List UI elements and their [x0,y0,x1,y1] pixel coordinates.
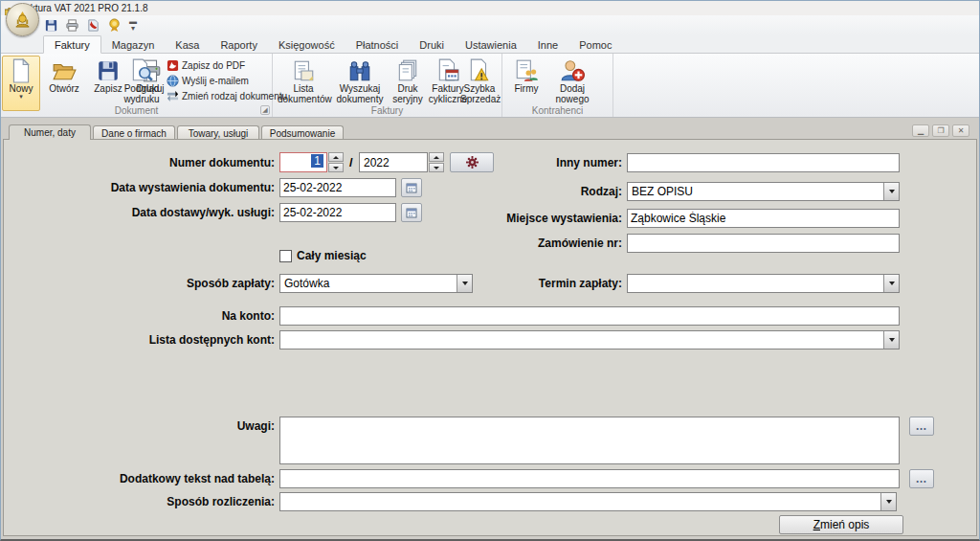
tab-podsumowanie[interactable]: Podsumowanie [261,125,344,140]
window-title: Faktura VAT 2021 PRO 21.1.8 [19,3,148,13]
nowy-button[interactable]: Nowy ▾ [2,56,40,111]
binoculars-icon [333,56,387,83]
dodatkowy-tekst-more-button[interactable]: … [909,469,934,488]
chevron-down-icon[interactable] [457,275,472,292]
data-dostawy-input[interactable] [279,203,396,222]
document-list-icon [278,56,329,83]
data-wystawienia-calendar-button[interactable] [401,178,422,197]
print-preview-icon [118,56,166,83]
uwagi-more-button[interactable]: … [909,417,934,436]
label-inny-numer: Inny numer: [498,153,622,172]
ribbon-tab-platnosci[interactable]: Płatności [345,36,410,53]
label-dodatkowy-tekst: Dodatkowy tekst nad tabelą: [59,469,275,488]
ribbon-tab-bar: Faktury Magazyn Kasa Raporty Księgowość … [1,35,979,54]
data-wystawienia-input[interactable] [279,178,396,197]
wyszukaj-dokumenty-button[interactable]: Wyszukaj dokumenty [332,56,388,111]
sposob-zaplaty-combobox[interactable]: Gotówka [279,274,473,293]
companies-icon [507,56,546,83]
ribbon-tab-kasa[interactable]: Kasa [165,36,210,53]
lista-dokumentow-button[interactable]: Lista dokumentów [277,56,330,111]
podglad-wydruku-button[interactable]: Podgląd wydruku [117,56,167,111]
zapisz-do-pdf-button[interactable]: Zapisz do PDF [167,58,270,73]
new-document-icon [3,56,39,83]
dodaj-nowego-button[interactable]: Dodaj nowego [548,56,596,111]
numeracja-button[interactable] [450,152,494,172]
miejsce-wystawienia-input[interactable] [627,209,900,228]
zmien-opis-button[interactable]: Zmień opis [779,515,903,534]
close-icon[interactable]: ✕ [952,124,969,137]
numer-value: 1 [311,154,323,168]
numer-spin-buttons[interactable] [328,152,344,172]
chevron-down-icon[interactable] [883,331,899,349]
minimize-icon[interactable]: ▁ [912,124,929,137]
ribbon-tab-pomoc[interactable]: Pomoc [568,36,622,53]
wyslij-email-button[interactable]: Wyślij e-mailem [167,74,270,88]
chevron-down-icon[interactable] [880,493,896,510]
print-icon[interactable] [64,17,80,33]
application-menu-button[interactable] [6,3,39,36]
na-konto-input[interactable] [279,306,900,326]
tab-dane-o-firmach[interactable]: Dane o firmach [93,125,175,140]
rok-spin-buttons[interactable] [429,152,444,172]
rok-value[interactable] [359,152,428,172]
document-stack-icon [390,56,425,83]
ribbon-tab-magazyn[interactable]: Magazyn [101,36,166,53]
dodatkowy-tekst-input[interactable] [279,469,900,488]
tab-numer-daty[interactable]: Numer, daty [9,124,91,140]
open-folder-icon [43,56,85,83]
label-rodzaj: Rodzaj: [498,182,622,201]
sposob-rozliczenia-combobox[interactable] [279,492,897,511]
caly-miesiac-checkbox[interactable] [279,250,292,262]
qat-customize-icon[interactable]: ▬▾ [127,18,139,32]
wyslij-email-label: Wyślij e-mailem [182,76,249,86]
label-data-wystawienia: Data wystawienia dokumentu: [59,178,275,197]
title-bar: Faktura VAT 2021 PRO 21.1.8 [1,1,979,15]
wyszukaj-dokumenty-label: Wyszukaj dokumenty [333,83,387,104]
rok-spinner[interactable] [359,152,444,172]
calendar-icon [406,182,417,193]
tab-towary-uslugi[interactable]: Towary, usługi [177,125,259,140]
lista-kont-combobox[interactable] [279,330,900,349]
podglad-label: Podgląd wydruku [118,83,166,104]
uwagi-textarea[interactable] [279,417,900,464]
inny-numer-input[interactable] [627,153,900,172]
ribbon-tab-ustawienia[interactable]: Ustawienia [455,36,527,53]
numer-separator: / [349,152,353,172]
chevron-down-icon[interactable] [883,275,899,292]
label-termin-zaplaty: Termin zapłaty: [498,274,622,293]
ribbon-tab-inne[interactable]: Inne [527,36,568,53]
label-data-dostawy: Data dostawy/wyk. usługi: [59,203,275,222]
invoice-form: Numer dokumentu: 1 / Inny numer: Data wy… [3,139,977,536]
dialog-launcher-icon[interactable]: ◢ [260,105,270,115]
save-icon[interactable] [43,17,59,33]
chevron-down-icon[interactable] [883,183,899,200]
druk-seryjny-button[interactable]: Druk seryjny [390,56,426,111]
ribbon-tab-raporty[interactable]: Raporty [210,36,268,53]
group-label-dokument: Dokument [1,105,272,116]
zapisz-pdf-label: Zapisz do PDF [182,60,245,71]
szybka-sprzedaz-label: Szybka Sprzedaż [460,83,499,104]
restore-icon[interactable]: ❐ [932,124,949,137]
rodzaj-value: BEZ OPISU [628,185,883,198]
szybka-sprzedaz-button[interactable]: Szybka Sprzedaż [459,56,500,111]
zmien-rodzaj-button[interactable]: Zmień rodzaj dokumentu [167,89,270,103]
zamowienie-nr-input[interactable] [627,234,900,253]
otworz-button[interactable]: Otwórz [42,56,86,111]
ribbon-group-faktury: Lista dokumentów Wyszukaj dokumenty Druk… [273,54,502,117]
zmien-opis-label: mień opis [820,518,869,531]
firmy-button[interactable]: Firmy [506,56,546,111]
email-globe-icon [167,75,179,87]
ribbon-tab-faktury[interactable]: Faktury [43,35,101,54]
license-badge-icon[interactable] [106,17,122,33]
ribbon-tab-druki[interactable]: Druki [409,36,455,53]
pdf-export-icon[interactable] [85,17,101,33]
app-logo-icon [13,11,32,29]
data-dostawy-calendar-button[interactable] [401,203,422,222]
gear-icon [466,156,479,169]
rodzaj-combobox[interactable]: BEZ OPISU [627,182,900,201]
label-na-konto: Na konto: [59,306,275,326]
ribbon-tab-ksiegowosc[interactable]: Księgowość [268,36,345,53]
caly-miesiac-label: Cały miesiąc [297,250,367,262]
termin-zaplaty-combobox[interactable] [627,274,900,293]
numer-dokumentu-spinner[interactable]: 1 [279,152,344,172]
